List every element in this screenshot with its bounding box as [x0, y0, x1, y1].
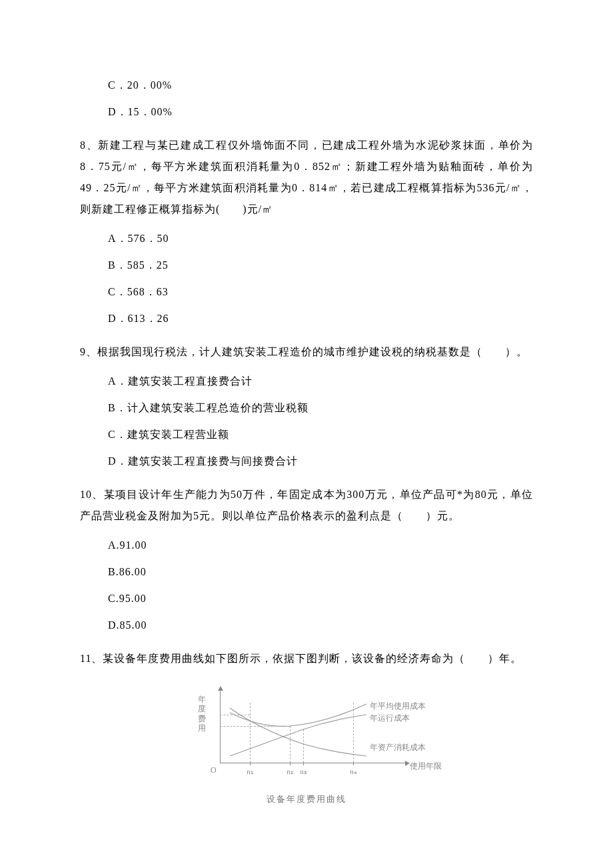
q8-option-b: B．585．25 [108, 257, 533, 273]
q8-option-d: D．613．26 [108, 311, 533, 327]
q8-option-a: A．576．50 [108, 231, 533, 247]
curve-avg-cost [230, 704, 366, 726]
q10-option-c: C.95.00 [108, 591, 533, 607]
legend-asset-cost: 年资产消耗成本 [370, 741, 426, 753]
q7-option-d: D．15．00% [108, 104, 533, 120]
q11-figure: 年度费用 O n₁ n₂ n₃ n₄ 年平均使用成本 [187, 689, 426, 783]
q10-option-b: B.86.00 [108, 564, 533, 580]
q10-stem: 10、某项目设计年生产能力为50万件，年固定成本为300万元，单位产品可*为80… [80, 484, 533, 527]
q9-option-b: B．计入建筑安装工程总造价的营业税额 [108, 400, 533, 416]
q9-option-a: A．建筑安装工程直接费合计 [108, 373, 533, 389]
q10-option-a: A.91.00 [108, 537, 533, 553]
q7-option-c: C．20．00% [108, 77, 533, 93]
q9-option-d: D．建筑安装工程直接费与间接费合计 [108, 453, 533, 469]
q11-stem: 11、某设备年度费用曲线如下图所示，依据下图判断，该设备的经济寿命为（ ）年。 [80, 648, 533, 669]
q8-option-c: C．568．63 [108, 284, 533, 300]
x-axis-label: 使用年限 [410, 760, 442, 772]
figure-caption: 设备年度费用曲线 [80, 793, 533, 806]
q9-option-c: C．建筑安装工程营业额 [108, 427, 533, 443]
document-page: C．20．00% D．15．00% 8、新建工程与某已建成工程仅外墙饰面不同，已… [0, 0, 613, 868]
q9-stem: 9、根据我国现行税法，计人建筑安装工程造价的城市维护建设税的纳税基数是（ ）。 [80, 341, 533, 363]
legend-avg-cost: 年平均使用成本 [370, 700, 426, 712]
q11-figure-wrap: 年度费用 O n₁ n₂ n₃ n₄ 年平均使用成本 [80, 689, 533, 806]
q8-stem: 8、新建工程与某已建成工程仅外墙饰面不同，已建成工程外墙为水泥砂浆抹面，单价为8… [80, 135, 533, 220]
q10-option-d: D.85.00 [108, 617, 533, 633]
legend-run-cost: 年运行成本 [370, 712, 410, 724]
